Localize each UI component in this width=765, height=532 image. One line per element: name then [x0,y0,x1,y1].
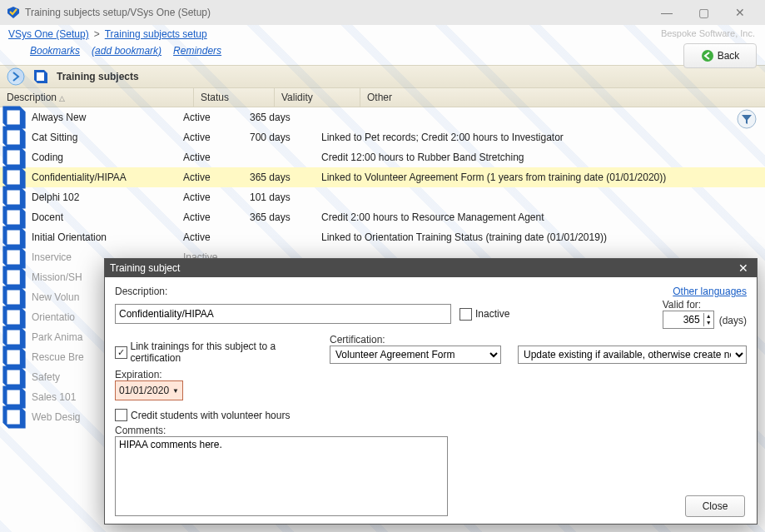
update-mode-select[interactable]: Update existing if available, otherwise … [518,346,747,364]
cell-validity: 700 days [250,132,321,143]
inactive-checkbox[interactable]: Inactive [459,308,509,321]
window-title: Training subjects setup/VSys One (Setup) [25,7,648,18]
svg-rect-12 [7,251,20,265]
label-description: Description: [115,286,323,297]
back-arrow-icon [701,49,714,62]
svg-point-1 [702,50,713,62]
section-title: Training subjects [57,71,139,82]
dialog-close-icon[interactable]: ✕ [735,261,752,275]
table-row[interactable]: Delphi 102Active101 days [0,187,765,207]
inactive-label: Inactive [475,308,509,320]
svg-rect-5 [7,111,20,125]
svg-rect-8 [7,171,20,185]
cell-description: Confidentiality/HIPAA [32,172,183,183]
add-bookmark-link[interactable]: (add bookmark) [92,45,161,57]
training-subject-dialog: Training subject ✕ Other languages Descr… [104,258,758,525]
maximize-button[interactable]: ▢ [685,0,722,25]
svg-rect-17 [7,351,20,365]
svg-rect-10 [7,211,20,225]
expiration-date-input[interactable]: 01/01/2020 ▼ [115,380,183,400]
close-window-button[interactable]: ✕ [722,0,758,25]
cell-other: Credit 12:00 hours to Rubber Band Stretc… [321,152,765,163]
svg-rect-18 [7,370,20,385]
cell-validity: 365 days [250,211,321,223]
cell-validity: 365 days [250,112,321,123]
close-button[interactable]: Close [685,495,745,517]
table-row[interactable]: Always NewActive365 days [0,107,765,127]
nav-arrow-icon[interactable] [7,67,25,86]
credit-checkbox[interactable]: Credit students with volunteer hours [115,409,747,421]
filter-icon[interactable] [737,109,757,129]
cell-status: Active [183,152,250,163]
checkbox-icon [459,308,472,321]
cell-status: Active [183,172,250,183]
col-status[interactable]: Status [194,88,275,107]
col-other[interactable]: Other [360,88,765,107]
svg-rect-14 [7,291,20,305]
breadcrumb-root[interactable]: VSys One (Setup) [8,28,89,40]
svg-rect-6 [7,131,20,145]
breadcrumb-sep: > [94,28,100,40]
link-cert-checkbox[interactable]: ✓ Link trainings for this subject to a c… [115,341,321,364]
brand-label: Bespoke Software, Inc. [661,28,755,38]
grid-header: Description △ Status Validity Other [0,88,765,107]
link-cert-label: Link trainings for this subject to a cer… [131,341,322,364]
checkbox-icon: ✓ [115,346,127,359]
dialog-titlebar[interactable]: Training subject ✕ [105,259,757,277]
svg-rect-11 [7,231,20,245]
col-validity[interactable]: Validity [275,88,360,107]
back-button[interactable]: Back [683,43,757,68]
cell-description: Delphi 102 [32,191,183,203]
cell-status: Active [183,132,250,143]
description-input[interactable] [115,304,451,324]
app-window: Training subjects setup/VSys One (Setup)… [0,0,765,532]
checkbox-icon [115,409,127,421]
cell-validity: 101 days [250,191,321,203]
cell-other: Linked to Pet records; Credit 2:00 hours… [321,132,765,143]
sort-asc-icon: △ [59,94,65,102]
cell-description: Initial Orientation [32,231,183,243]
dropdown-icon[interactable]: ▼ [172,387,179,395]
table-row[interactable]: Confidentiality/HIPAAActive365 daysLinke… [0,167,765,187]
cell-validity: 365 days [250,172,321,183]
cell-status: Active [183,191,250,203]
valid-for-stepper[interactable]: ▲▼ [663,311,714,329]
minimize-button[interactable]: — [648,0,685,25]
label-valid-for: Valid for: [663,299,714,311]
table-row[interactable]: Initial OrientationActiveLinked to Orien… [0,227,765,247]
label-comments: Comments: [115,425,747,436]
cell-status: Active [183,231,250,243]
svg-rect-3 [37,72,44,81]
dialog-title: Training subject [110,262,735,274]
cell-description: Coding [32,152,183,163]
svg-rect-9 [7,191,20,205]
spin-up-icon[interactable]: ▲ [704,313,713,320]
table-row[interactable]: CodingActiveCredit 12:00 hours to Rubber… [0,147,765,167]
comments-textarea[interactable] [115,436,448,516]
table-row[interactable]: DocentActive365 daysCredit 2:00 hours to… [0,207,765,227]
book-icon [0,403,32,431]
reminders-link[interactable]: Reminders [173,45,221,57]
label-certification: Certification: [330,334,501,346]
bookmarks-link[interactable]: Bookmarks [30,45,80,57]
table-row[interactable]: Cat SittingActive700 daysLinked to Pet r… [0,127,765,147]
svg-rect-19 [7,390,20,405]
svg-rect-15 [7,311,20,325]
svg-rect-20 [7,410,20,425]
section-header: Training subjects [0,65,765,88]
spin-down-icon[interactable]: ▼ [704,320,713,326]
svg-rect-13 [7,271,20,285]
valid-for-input[interactable] [663,312,703,327]
certification-select[interactable]: Volunteer Agreement Form [330,346,501,364]
app-icon [7,6,20,19]
breadcrumb-leaf[interactable]: Training subjects setup [105,28,207,40]
other-languages-link[interactable]: Other languages [673,286,747,297]
credit-label: Credit students with volunteer hours [131,410,290,421]
cell-other: Linked to Orientation Training Status (t… [321,231,765,243]
cell-other: Linked to Volunteer Agreement Form (1 ye… [321,172,765,183]
svg-rect-7 [7,151,20,165]
expiration-value: 01/01/2020 [119,385,169,396]
label-expiration: Expiration: [115,369,747,380]
book-icon [32,67,50,86]
close-button-label: Close [703,500,728,512]
